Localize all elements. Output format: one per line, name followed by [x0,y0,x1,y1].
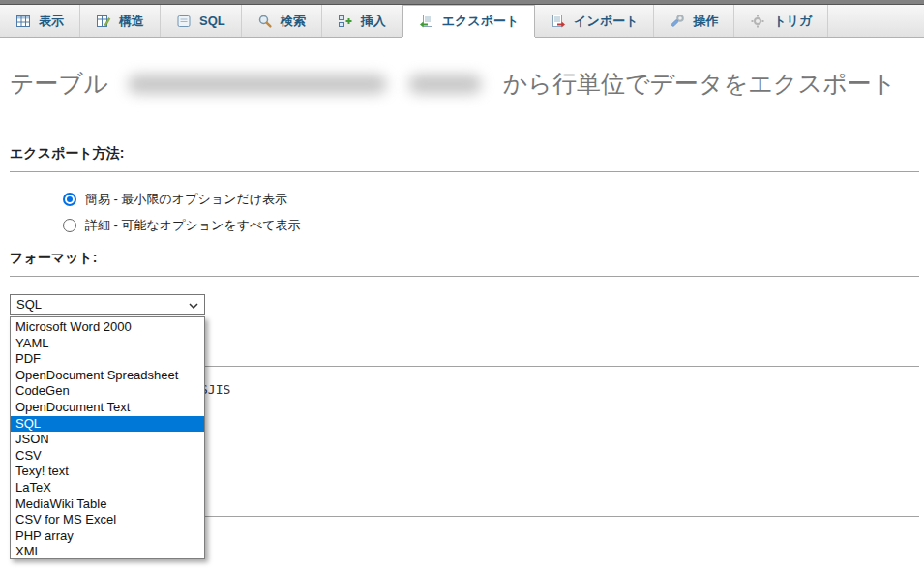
format-section: フォーマット: [10,250,919,277]
format-option-csv[interactable]: CSV [11,448,204,465]
phpmyadmin-export-page: 表示 構造 SQL 検索 挿入 エクスポート インポート 操作 [0,0,924,570]
radio-button-checked[interactable] [63,193,76,206]
page-title-suffix: から行単位でデータをエクスポート [503,68,896,100]
tab-label: 挿入 [361,13,386,30]
page-title: テーブル から行単位でデータをエクスポート [10,68,919,100]
tab-label: 操作 [693,13,718,30]
insert-icon [338,14,353,29]
format-option-ms-word-2000[interactable]: Microsoft Word 2000 [11,319,204,336]
format-option-odt[interactable]: OpenDocument Text [11,400,204,416]
tab-label: 表示 [39,13,64,30]
format-option-mediawiki[interactable]: MediaWiki Table [11,496,204,513]
export-method-options: 簡易 - 最小限のオプションだけ表示 詳細 - 可能なオプションをすべて表示 [63,186,919,238]
radio-button-unchecked[interactable] [63,219,76,232]
search-icon [257,14,273,29]
table-tabbar: 表示 構造 SQL 検索 挿入 エクスポート インポート 操作 [0,5,924,38]
tab-structure[interactable]: 構造 [80,5,161,37]
format-option-pdf[interactable]: PDF [11,351,204,368]
browse-icon [15,14,31,29]
radio-custom-export[interactable]: 詳細 - 可能なオプションをすべて表示 [63,212,919,238]
tab-triggers[interactable]: トリガ [734,5,828,37]
tab-search[interactable]: 検索 [242,5,322,37]
format-option-json[interactable]: JSON [11,432,204,448]
tab-label: トリガ [773,13,812,30]
tab-browse[interactable]: 表示 [0,5,80,37]
radio-label[interactable]: 簡易 - 最小限のオプションだけ表示 [85,191,287,208]
tab-operations[interactable]: 操作 [654,5,734,37]
chevron-down-icon [189,297,198,312]
tab-label: 検索 [281,13,306,30]
triggers-icon [750,14,765,29]
export-method-title: エクスポート方法: [10,145,919,172]
tab-export[interactable]: エクスポート [402,5,536,37]
format-dropdown-list: Microsoft Word 2000 YAML PDF OpenDocumen… [10,316,205,559]
tab-label: インポート [574,13,638,30]
format-option-php-array[interactable]: PHP array [11,528,204,545]
tab-label: 構造 [119,13,144,30]
format-select[interactable]: SQL [10,294,205,315]
format-option-texy[interactable]: Texy! text [11,464,204,480]
export-icon [419,14,434,29]
format-option-xml[interactable]: XML [11,544,204,560]
structure-icon [96,14,111,29]
sql-icon [176,14,192,29]
format-title: フォーマット: [10,250,919,277]
tab-sql[interactable]: SQL [161,5,242,37]
radio-quick-export[interactable]: 簡易 - 最小限のオプションだけ表示 [63,186,919,212]
format-option-latex[interactable]: LaTeX [11,480,204,496]
format-option-ods[interactable]: OpenDocument Spreadsheet [11,368,204,384]
redacted-table-name-part2 [408,75,482,94]
operations-icon [670,14,685,29]
radio-label[interactable]: 詳細 - 可能なオプションをすべて表示 [85,217,301,234]
export-method-section: エクスポート方法: 簡易 - 最小限のオプションだけ表示 詳細 - 可能なオプシ… [10,145,919,238]
format-option-csv-excel[interactable]: CSV for MS Excel [11,512,204,528]
tab-label: SQL [199,14,225,28]
tab-label: エクスポート [442,13,520,30]
format-option-sql[interactable]: SQL [11,416,204,433]
format-option-codegen[interactable]: CodeGen [11,383,204,400]
tab-import[interactable]: インポート [535,5,654,37]
tabbar-filler [828,5,924,37]
tab-insert[interactable]: 挿入 [322,5,402,37]
redacted-table-name [128,75,387,94]
import-icon [551,14,566,29]
page-title-prefix: テーブル [10,68,108,100]
format-option-yaml[interactable]: YAML [11,336,204,352]
format-select-value: SQL [16,297,42,312]
